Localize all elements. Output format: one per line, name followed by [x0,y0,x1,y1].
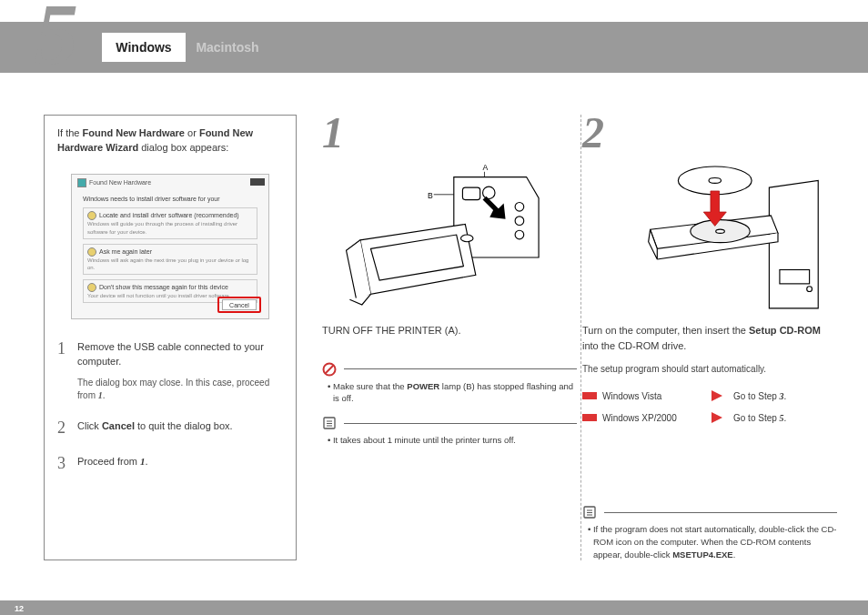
svg-point-4 [515,202,524,211]
goto-text: Go to Step 5. [712,412,837,423]
left-info-box: If the Found New Hardware or Found New H… [44,115,297,560]
prohibit-icon [322,362,337,377]
dialog-body-text: Windows needs to install driver software… [83,195,257,203]
text-bold: Found New Hardware [83,127,185,138]
printer-illustration: A B [322,161,577,310]
os-row: Windows XP/2000 Go to Step 5. [582,407,837,428]
svg-point-6 [515,230,524,239]
label-b: B [428,191,433,200]
step-1-instruction: TURN OFF THE PRINTER (A). [322,323,577,338]
substep-number: 1 [322,107,577,157]
text: dialog box appears: [138,142,228,153]
note-block: • If the program does not start automati… [582,505,837,560]
note-icon [582,505,597,519]
svg-point-7 [461,235,473,242]
tab-macintosh[interactable]: Macintosh [186,33,269,62]
page-number: 12 [15,604,24,613]
substep-number: 2 [582,107,837,157]
text: to quit the dialog box. [135,420,233,431]
cancel-highlight-box [217,297,261,313]
text: Click [77,420,102,431]
text: If the [57,127,83,138]
step-1-column: 1 A B [322,107,577,447]
svg-point-15 [807,287,812,292]
note-text: • If the program does not start automati… [591,523,837,560]
dialog-option: Ask me again laterWindows will ask again… [83,244,257,275]
arrow-icon [712,412,722,423]
svg-point-19 [709,178,721,184]
text: . [103,390,106,400]
dialog-screenshot: Found New Hardware Windows needs to inst… [71,174,269,319]
label-a: A [483,163,489,172]
os-goto-grid: Windows Vista Go to Step 3. Windows XP/2… [582,385,837,428]
column-divider [580,115,581,560]
text: or [185,127,199,138]
step-index: 1 [57,339,68,402]
os-tabs: Windows Macintosh [102,33,269,62]
text-bold: Cancel [102,420,135,431]
note-text: • It takes about 1 minute until the prin… [331,434,577,447]
list-item: 3 Proceed from 1. [57,454,283,473]
svg-rect-2 [462,187,479,199]
text: Remove the USB cable connected to your c… [77,341,264,368]
note-icon [322,416,337,430]
page-step-number: 5 [35,0,78,78]
intro-text: If the Found New Hardware or Found New H… [57,126,283,156]
svg-point-3 [483,187,495,198]
svg-rect-14 [780,270,810,284]
list-item: 2 Click Cancel to quit the dialog box. [57,418,283,438]
warning-text: • Make sure that the POWER lamp (B) has … [331,380,577,406]
note-block: • It takes about 1 minute until the prin… [322,416,577,447]
step-2-sub: The setup program should start automatic… [582,362,837,376]
os-label: Windows XP/2000 [602,413,712,423]
footer-band: 12 [0,600,868,615]
svg-point-5 [515,217,524,226]
step-index: 2 [57,418,68,438]
os-label: Windows Vista [602,391,712,401]
tab-windows[interactable]: Windows [102,33,186,62]
svg-point-17 [716,229,725,233]
dialog-title: Found New Hardware [77,178,151,187]
os-row: Windows Vista Go to Step 3. [582,385,837,407]
step-index: 3 [57,454,68,473]
left-steps-list: 1 Remove the USB cable connected to your… [57,339,283,473]
text: Proceed from [77,456,140,467]
step-2-column: 2 [582,107,837,560]
step-2-instruction: Turn on the computer, then insert the Se… [582,323,837,353]
dialog-option: Locate and install driver software (reco… [83,207,257,238]
svg-line-9 [326,365,334,373]
warning-block: • Make sure that the POWER lamp (B) has … [322,362,577,406]
goto-text: Go to Step 3. [712,390,837,401]
text: . [146,456,148,467]
os-marker-icon [582,414,597,421]
os-marker-icon [582,392,597,399]
text: The dialog box may close. In this case, … [77,378,269,400]
list-item: 1 Remove the USB cable connected to your… [57,339,283,402]
arrow-icon [712,390,722,401]
cdrom-illustration [582,161,837,310]
